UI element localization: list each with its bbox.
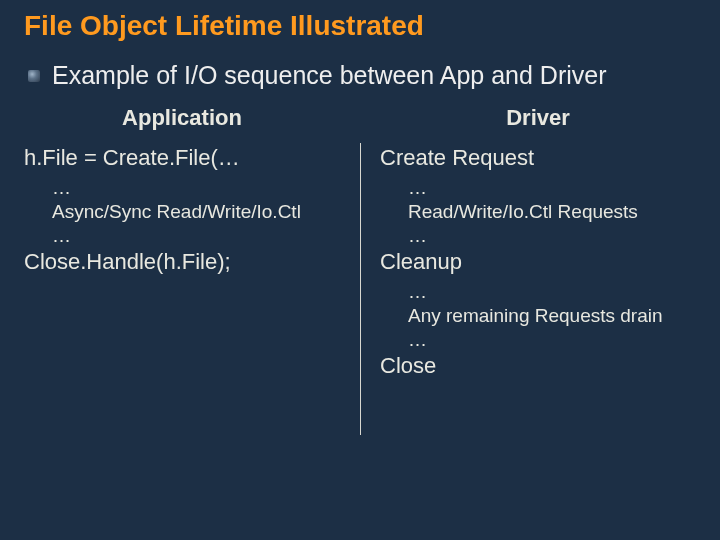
drv-line: Create Request [380, 145, 696, 171]
driver-header: Driver [380, 105, 696, 131]
app-sub: … [52, 177, 340, 199]
bullet-icon [28, 70, 40, 82]
app-line: h.File = Create.File(… [24, 145, 340, 171]
bullet-item: Example of I/O sequence between App and … [24, 60, 696, 91]
drv-line: Cleanup [380, 249, 696, 275]
bullet-text: Example of I/O sequence between App and … [52, 60, 607, 91]
driver-column: Driver Create Request … Read/Write/Io.Ct… [360, 105, 696, 385]
app-sub: … [52, 225, 340, 247]
drv-sub: … [408, 329, 696, 351]
slide: File Object Lifetime Illustrated Example… [0, 0, 720, 540]
slide-title: File Object Lifetime Illustrated [24, 10, 696, 42]
drv-line: Close [380, 353, 696, 379]
columns: Application h.File = Create.File(… … Asy… [24, 105, 696, 385]
drv-sub: … [408, 281, 696, 303]
application-header: Application [24, 105, 340, 131]
app-sub: Async/Sync Read/Write/Io.Ctl [52, 201, 340, 223]
drv-sub: … [408, 225, 696, 247]
column-divider [360, 143, 361, 435]
app-line: Close.Handle(h.File); [24, 249, 340, 275]
application-column: Application h.File = Create.File(… … Asy… [24, 105, 360, 385]
drv-sub: Any remaining Requests drain [408, 305, 696, 327]
drv-sub: … [408, 177, 696, 199]
drv-sub: Read/Write/Io.Ctl Requests [408, 201, 696, 223]
